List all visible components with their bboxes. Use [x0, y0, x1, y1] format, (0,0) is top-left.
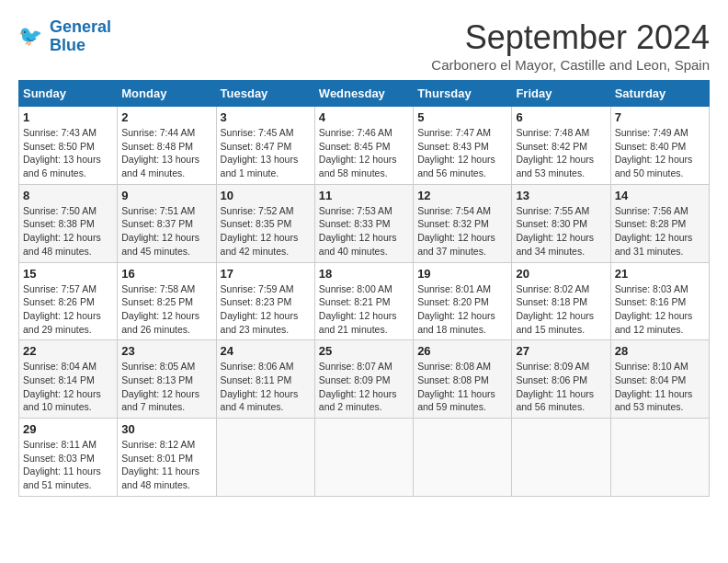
calendar-cell: 10Sunrise: 7:52 AM Sunset: 8:35 PM Dayli…: [216, 184, 314, 262]
day-info: Sunrise: 7:44 AM Sunset: 8:48 PM Dayligh…: [121, 126, 211, 180]
day-info: Sunrise: 8:05 AM Sunset: 8:13 PM Dayligh…: [121, 360, 211, 414]
location-subtitle: Carbonero el Mayor, Castille and Leon, S…: [431, 57, 710, 73]
day-info: Sunrise: 7:57 AM Sunset: 8:26 PM Dayligh…: [23, 282, 113, 337]
day-info: Sunrise: 8:04 AM Sunset: 8:14 PM Dayligh…: [23, 360, 113, 414]
calendar-cell: 30Sunrise: 8:12 AM Sunset: 8:01 PM Dayli…: [118, 419, 216, 497]
day-info: Sunrise: 7:52 AM Sunset: 8:35 PM Dayligh…: [221, 204, 311, 259]
calendar-cell: 11Sunrise: 7:53 AM Sunset: 8:33 PM Dayli…: [314, 184, 413, 262]
day-info: Sunrise: 8:01 AM Sunset: 8:20 PM Dayligh…: [417, 282, 507, 337]
day-info: Sunrise: 7:51 AM Sunset: 8:37 PM Dayligh…: [121, 204, 211, 259]
day-info: Sunrise: 7:59 AM Sunset: 8:23 PM Dayligh…: [221, 282, 311, 337]
calendar-week-row: 29Sunrise: 8:11 AM Sunset: 8:03 PM Dayli…: [19, 419, 710, 497]
calendar-cell: 5Sunrise: 7:47 AM Sunset: 8:43 PM Daylig…: [414, 107, 512, 185]
calendar-cell: 14Sunrise: 7:56 AM Sunset: 8:28 PM Dayli…: [610, 184, 709, 262]
weekday-header: Wednesday: [314, 81, 413, 107]
weekday-header: Saturday: [610, 81, 709, 107]
calendar-cell: 15Sunrise: 7:57 AM Sunset: 8:26 PM Dayli…: [19, 262, 118, 340]
calendar-cell: 1Sunrise: 7:43 AM Sunset: 8:50 PM Daylig…: [19, 107, 118, 185]
day-number: 1: [23, 110, 113, 124]
calendar-cell: 6Sunrise: 7:48 AM Sunset: 8:42 PM Daylig…: [512, 107, 610, 185]
calendar-cell: 3Sunrise: 7:45 AM Sunset: 8:47 PM Daylig…: [216, 107, 314, 185]
day-number: 12: [417, 189, 507, 202]
calendar-cell: [314, 419, 413, 497]
day-info: Sunrise: 7:53 AM Sunset: 8:33 PM Dayligh…: [319, 204, 409, 259]
calendar-week-row: 15Sunrise: 7:57 AM Sunset: 8:26 PM Dayli…: [19, 262, 710, 340]
calendar-cell: 18Sunrise: 8:00 AM Sunset: 8:21 PM Dayli…: [314, 262, 413, 340]
title-block: September 2024 Carbonero el Mayor, Casti…: [431, 18, 710, 73]
calendar-cell: [512, 419, 610, 497]
day-number: 16: [121, 267, 211, 281]
day-number: 2: [121, 110, 211, 124]
calendar-cell: 25Sunrise: 8:07 AM Sunset: 8:09 PM Dayli…: [314, 340, 413, 419]
calendar-cell: 8Sunrise: 7:50 AM Sunset: 8:38 PM Daylig…: [19, 184, 118, 262]
day-info: Sunrise: 7:55 AM Sunset: 8:30 PM Dayligh…: [516, 204, 606, 259]
day-number: 22: [23, 344, 113, 358]
calendar-week-row: 22Sunrise: 8:04 AM Sunset: 8:14 PM Dayli…: [19, 340, 710, 419]
day-info: Sunrise: 8:07 AM Sunset: 8:09 PM Dayligh…: [319, 360, 409, 414]
calendar-cell: 4Sunrise: 7:46 AM Sunset: 8:45 PM Daylig…: [314, 107, 413, 185]
weekday-header: Tuesday: [216, 81, 314, 107]
day-info: Sunrise: 7:45 AM Sunset: 8:47 PM Dayligh…: [221, 126, 311, 180]
svg-text:🐦: 🐦: [18, 24, 43, 48]
calendar-cell: 26Sunrise: 8:08 AM Sunset: 8:08 PM Dayli…: [414, 340, 512, 419]
calendar-cell: 17Sunrise: 7:59 AM Sunset: 8:23 PM Dayli…: [216, 262, 314, 340]
day-number: 24: [221, 344, 311, 358]
day-info: Sunrise: 8:03 AM Sunset: 8:16 PM Dayligh…: [615, 282, 705, 337]
page-header: 🐦 General Blue September 2024 Carbonero …: [18, 18, 710, 73]
calendar-cell: 7Sunrise: 7:49 AM Sunset: 8:40 PM Daylig…: [610, 107, 709, 185]
day-number: 10: [221, 189, 311, 202]
weekday-header: Sunday: [19, 81, 118, 107]
calendar-cell: 9Sunrise: 7:51 AM Sunset: 8:37 PM Daylig…: [118, 184, 216, 262]
day-info: Sunrise: 8:06 AM Sunset: 8:11 PM Dayligh…: [221, 360, 311, 414]
weekday-header: Thursday: [414, 81, 512, 107]
day-number: 18: [319, 267, 409, 281]
calendar-week-row: 8Sunrise: 7:50 AM Sunset: 8:38 PM Daylig…: [19, 184, 710, 262]
day-info: Sunrise: 7:54 AM Sunset: 8:32 PM Dayligh…: [417, 204, 507, 259]
calendar-week-row: 1Sunrise: 7:43 AM Sunset: 8:50 PM Daylig…: [19, 107, 710, 185]
calendar-cell: 22Sunrise: 8:04 AM Sunset: 8:14 PM Dayli…: [19, 340, 118, 419]
day-number: 13: [516, 189, 606, 202]
day-number: 8: [23, 189, 113, 202]
calendar-cell: 29Sunrise: 8:11 AM Sunset: 8:03 PM Dayli…: [19, 419, 118, 497]
day-number: 29: [23, 422, 113, 436]
calendar-cell: 24Sunrise: 8:06 AM Sunset: 8:11 PM Dayli…: [216, 340, 314, 419]
day-info: Sunrise: 7:50 AM Sunset: 8:38 PM Dayligh…: [23, 204, 113, 259]
day-info: Sunrise: 8:11 AM Sunset: 8:03 PM Dayligh…: [23, 438, 113, 492]
day-number: 7: [615, 110, 705, 124]
day-number: 14: [615, 189, 705, 202]
month-title: September 2024: [431, 18, 710, 57]
day-info: Sunrise: 7:49 AM Sunset: 8:40 PM Dayligh…: [615, 126, 705, 180]
calendar-cell: [216, 419, 314, 497]
calendar-cell: 20Sunrise: 8:02 AM Sunset: 8:18 PM Dayli…: [512, 262, 610, 340]
day-number: 20: [516, 267, 606, 281]
logo-text: General Blue: [50, 18, 111, 55]
day-number: 3: [221, 110, 311, 124]
day-info: Sunrise: 8:12 AM Sunset: 8:01 PM Dayligh…: [121, 438, 211, 492]
calendar-cell: 28Sunrise: 8:10 AM Sunset: 8:04 PM Dayli…: [610, 340, 709, 419]
day-info: Sunrise: 7:47 AM Sunset: 8:43 PM Dayligh…: [417, 126, 507, 180]
day-number: 6: [516, 110, 606, 124]
day-number: 15: [23, 267, 113, 281]
day-number: 11: [319, 189, 409, 202]
day-info: Sunrise: 7:46 AM Sunset: 8:45 PM Dayligh…: [319, 126, 409, 180]
calendar-table: SundayMondayTuesdayWednesdayThursdayFrid…: [18, 80, 710, 497]
calendar-header-row: SundayMondayTuesdayWednesdayThursdayFrid…: [19, 81, 710, 107]
day-number: 21: [615, 267, 705, 281]
day-info: Sunrise: 7:56 AM Sunset: 8:28 PM Dayligh…: [615, 204, 705, 259]
day-number: 27: [516, 344, 606, 358]
calendar-cell: 13Sunrise: 7:55 AM Sunset: 8:30 PM Dayli…: [512, 184, 610, 262]
weekday-header: Friday: [512, 81, 610, 107]
day-info: Sunrise: 8:09 AM Sunset: 8:06 PM Dayligh…: [516, 360, 606, 414]
day-number: 17: [221, 267, 311, 281]
calendar-cell: 12Sunrise: 7:54 AM Sunset: 8:32 PM Dayli…: [414, 184, 512, 262]
day-number: 4: [319, 110, 409, 124]
day-info: Sunrise: 7:43 AM Sunset: 8:50 PM Dayligh…: [23, 126, 113, 180]
calendar-cell: 19Sunrise: 8:01 AM Sunset: 8:20 PM Dayli…: [414, 262, 512, 340]
logo-icon: 🐦: [18, 23, 46, 51]
day-number: 28: [615, 344, 705, 358]
day-number: 19: [417, 267, 507, 281]
day-info: Sunrise: 8:10 AM Sunset: 8:04 PM Dayligh…: [615, 360, 705, 414]
day-info: Sunrise: 8:02 AM Sunset: 8:18 PM Dayligh…: [516, 282, 606, 337]
day-number: 5: [417, 110, 507, 124]
calendar-cell: 2Sunrise: 7:44 AM Sunset: 8:48 PM Daylig…: [118, 107, 216, 185]
